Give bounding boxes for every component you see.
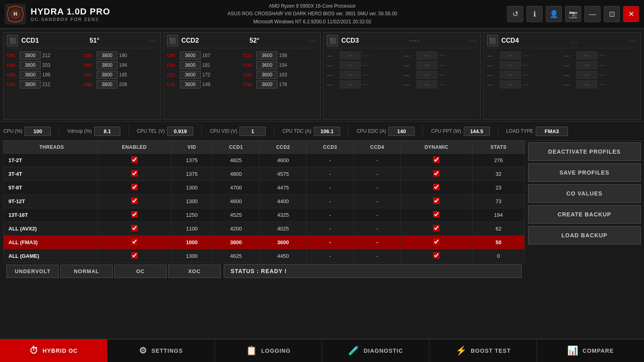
dynamic-checkbox[interactable] (433, 170, 440, 177)
dynamic-checkbox[interactable] (433, 239, 440, 245)
params-row: CPU (%) Vdroop (%) CPU TEL (V) CPU VID (… (0, 121, 644, 141)
close-btn[interactable]: ✕ (623, 6, 639, 22)
create-backup-button[interactable]: CREATE BACKUP (528, 205, 641, 224)
cell-dynamic[interactable] (401, 167, 473, 181)
cell-enabled[interactable] (97, 195, 171, 208)
cell-dynamic[interactable] (401, 154, 473, 167)
c07-val: 185 (119, 72, 130, 78)
cpu-edc-label: CPU EDC (A) (357, 128, 386, 134)
c12-val: 149 (202, 82, 214, 87)
c05-input[interactable] (97, 51, 118, 60)
cell-enabled[interactable] (97, 249, 171, 263)
enabled-checkbox[interactable] (131, 211, 138, 218)
vdroop-input[interactable] (94, 127, 120, 136)
c04-input[interactable] (20, 80, 41, 88)
enabled-checkbox[interactable] (131, 239, 138, 245)
cell-enabled[interactable] (97, 208, 171, 222)
c13-input[interactable] (256, 51, 277, 60)
nav-settings[interactable]: ⚙ SETTINGS (107, 339, 215, 362)
cell-dynamic[interactable] (401, 208, 473, 222)
c02-input[interactable] (20, 61, 41, 69)
ccd4-icon: ⬛ (487, 35, 498, 46)
normal-button[interactable]: NORMAL (60, 265, 113, 278)
enabled-checkbox[interactable] (131, 252, 138, 259)
c13-val: 158 (279, 53, 290, 58)
oc-button[interactable]: OC (114, 265, 167, 278)
cpu-edc-input[interactable] (388, 127, 415, 136)
cpu-vid-input[interactable] (239, 127, 266, 136)
dynamic-checkbox[interactable] (433, 184, 440, 190)
ccd4-menu[interactable]: ··· (630, 37, 637, 44)
ccd2-menu[interactable]: ··· (310, 37, 317, 44)
nav-settings-label: SETTINGS (151, 348, 183, 354)
dynamic-checkbox[interactable] (433, 156, 440, 163)
user-btn[interactable]: 👤 (546, 6, 562, 22)
enabled-checkbox[interactable] (131, 225, 138, 231)
load-type-input[interactable] (536, 127, 568, 136)
dynamic-checkbox[interactable] (433, 211, 440, 218)
c16-input[interactable] (256, 80, 277, 88)
cell-enabled[interactable] (97, 222, 171, 236)
restore-btn[interactable]: ⊡ (604, 6, 620, 22)
cell-enabled[interactable] (97, 167, 171, 181)
cell-enabled[interactable] (97, 236, 171, 249)
cpu-tdc-input[interactable] (314, 127, 340, 136)
nav-logging[interactable]: 📋 LOGGING (215, 339, 322, 362)
c09-input[interactable] (180, 51, 201, 60)
c15-input[interactable] (256, 71, 277, 79)
nav-diagnostic[interactable]: 🧪 DIAGNOSTIC (322, 339, 429, 362)
c06-input[interactable] (97, 61, 118, 69)
enabled-checkbox[interactable] (131, 197, 138, 204)
status-row: UNDERVOLT NORMAL OC XOC STATUS : READY ! (3, 263, 525, 281)
cpu-edc-group: CPU EDC (A) (357, 127, 415, 136)
core-label: C12 (167, 82, 178, 87)
core-row: ---- ---- (327, 80, 400, 88)
cell-dynamic[interactable] (401, 181, 473, 195)
c01-val: 212 (42, 53, 54, 58)
enabled-checkbox[interactable] (131, 184, 138, 190)
c07-input[interactable] (97, 71, 118, 79)
cell-enabled[interactable] (97, 154, 171, 167)
ccd3-c6-input (417, 71, 438, 79)
core-label: C11 (167, 72, 178, 77)
enabled-checkbox[interactable] (131, 156, 138, 163)
cell-dynamic[interactable] (401, 249, 473, 263)
cpu-ppt-input[interactable] (464, 127, 490, 136)
cpu-pct-input[interactable] (25, 127, 51, 136)
c01-input[interactable] (20, 51, 41, 60)
cell-ccd4: - (354, 249, 401, 263)
ccd1-menu[interactable]: ··· (150, 37, 157, 44)
minimize-btn[interactable]: — (584, 6, 601, 22)
deactivate-profiles-button[interactable]: DEACTIVATE PROFILES (528, 142, 641, 161)
dynamic-checkbox[interactable] (433, 225, 440, 231)
cell-vid: 1300 (171, 181, 213, 195)
c11-input[interactable] (180, 71, 201, 79)
nav-boost-test[interactable]: ⚡ BOOST TEST (429, 339, 537, 362)
undervolt-button[interactable]: UNDERVOLT (6, 265, 59, 278)
enabled-checkbox[interactable] (131, 170, 138, 177)
info-btn[interactable]: ℹ (526, 6, 543, 22)
dynamic-checkbox[interactable] (433, 252, 440, 259)
xoc-button[interactable]: XOC (168, 265, 221, 278)
cell-dynamic[interactable] (401, 195, 473, 208)
nav-hybrid-oc[interactable]: ⏱ HYBRID OC (0, 339, 107, 362)
cell-dynamic[interactable] (401, 222, 473, 236)
c10-input[interactable] (180, 61, 201, 69)
co-values-button[interactable]: CO VALUES (528, 184, 641, 203)
cell-ccd2: 4025 (260, 222, 307, 236)
c12-input[interactable] (180, 80, 201, 88)
screenshot-btn[interactable]: 📷 (565, 6, 581, 22)
sys-line1: AMD Ryzen 9 5950X 16-Core Processor (118, 2, 507, 10)
ccd3-menu[interactable]: ··· (470, 37, 477, 44)
refresh-btn[interactable]: ↺ (507, 6, 523, 22)
nav-compare[interactable]: 📊 COMPARE (537, 339, 644, 362)
load-backup-button[interactable]: LOAD BACKUP (528, 226, 641, 245)
save-profiles-button[interactable]: SAVE PROFILES (528, 163, 641, 182)
c14-input[interactable] (256, 61, 277, 69)
c08-input[interactable] (97, 80, 118, 88)
cpu-tel-input[interactable] (167, 127, 193, 136)
cell-enabled[interactable] (97, 181, 171, 195)
dynamic-checkbox[interactable] (433, 197, 440, 204)
c03-input[interactable] (20, 71, 41, 79)
cell-dynamic[interactable] (401, 236, 473, 249)
